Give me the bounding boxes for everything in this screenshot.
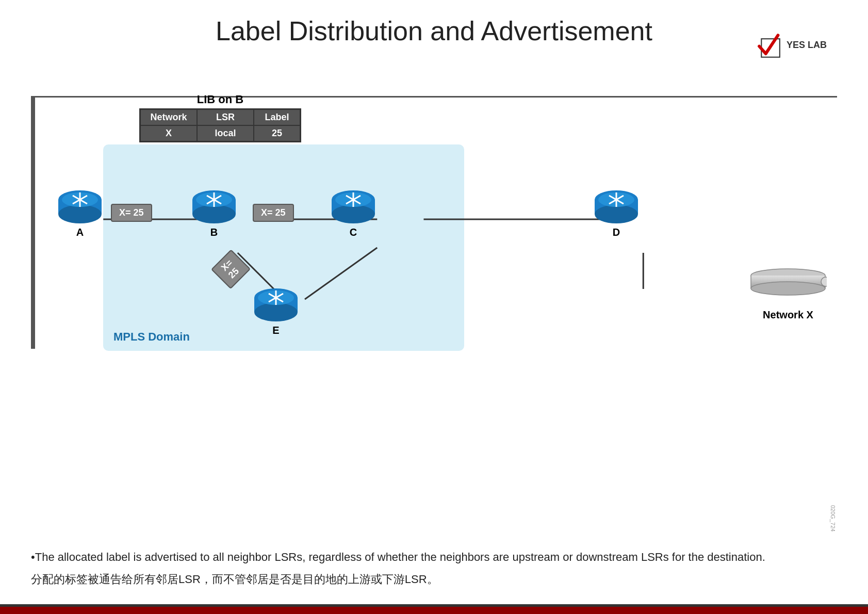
- yes-lab-text: YES LAB: [787, 40, 827, 51]
- lib-table: LIB on B Network LSR Label X local 25: [139, 93, 301, 142]
- description-english: •The allocated label is advertised to al…: [31, 548, 837, 566]
- lib-grid: Network LSR Label X local 25: [139, 108, 301, 142]
- svg-point-16: [192, 205, 236, 223]
- router-e-icon: [253, 286, 299, 322]
- router-c-label: C: [350, 227, 357, 238]
- page-title: Label Distribution and Advertisement: [0, 0, 868, 46]
- tag-bc: X= 25: [253, 204, 294, 222]
- router-d-label: D: [613, 227, 620, 238]
- checkmark-icon: [752, 31, 783, 59]
- description-text: •The allocated label is advertised to al…: [31, 548, 837, 588]
- yes-lab-logo: YES LAB: [752, 31, 827, 59]
- router-d: D: [593, 188, 640, 238]
- router-b-label: B: [210, 227, 218, 238]
- router-a-icon: [57, 188, 103, 224]
- router-e-label: E: [272, 325, 279, 336]
- diagram-area: LIB on B Network LSR Label X local 25: [31, 93, 837, 366]
- watermark: 020G_724: [830, 505, 836, 531]
- lib-header-lsr: LSR: [197, 109, 254, 125]
- network-x: Network X: [749, 268, 827, 321]
- svg-point-37: [254, 303, 298, 321]
- svg-point-45: [751, 282, 825, 295]
- network-x-icon: [749, 268, 827, 297]
- router-a-label: A: [76, 227, 84, 238]
- lib-data-network: X: [140, 125, 197, 141]
- svg-point-48: [821, 277, 827, 286]
- svg-point-23: [332, 205, 375, 223]
- router-b: B: [191, 188, 237, 238]
- lib-header-network: Network: [140, 109, 197, 125]
- router-e: E: [253, 286, 299, 336]
- router-d-icon: [593, 188, 640, 224]
- router-c: C: [330, 188, 376, 238]
- svg-line-6: [305, 248, 377, 299]
- lib-header-label: Label: [254, 109, 300, 125]
- svg-point-9: [58, 205, 102, 223]
- lib-data-lsr: local: [197, 125, 254, 141]
- mpls-domain-label: MPLS Domain: [113, 330, 190, 344]
- lib-data-label: 25: [254, 125, 300, 141]
- svg-point-30: [595, 205, 638, 223]
- description-chinese: 分配的标签被通告给所有邻居LSR，而不管邻居是否是目的地的上游或下游LSR。: [31, 570, 837, 588]
- router-c-icon: [330, 188, 376, 224]
- tag-ab: X= 25: [111, 204, 152, 222]
- network-x-label: Network X: [763, 309, 813, 321]
- lib-title: LIB on B: [139, 93, 301, 106]
- bottom-bar: [0, 607, 868, 614]
- router-a: A: [57, 188, 103, 238]
- router-b-icon: [191, 188, 237, 224]
